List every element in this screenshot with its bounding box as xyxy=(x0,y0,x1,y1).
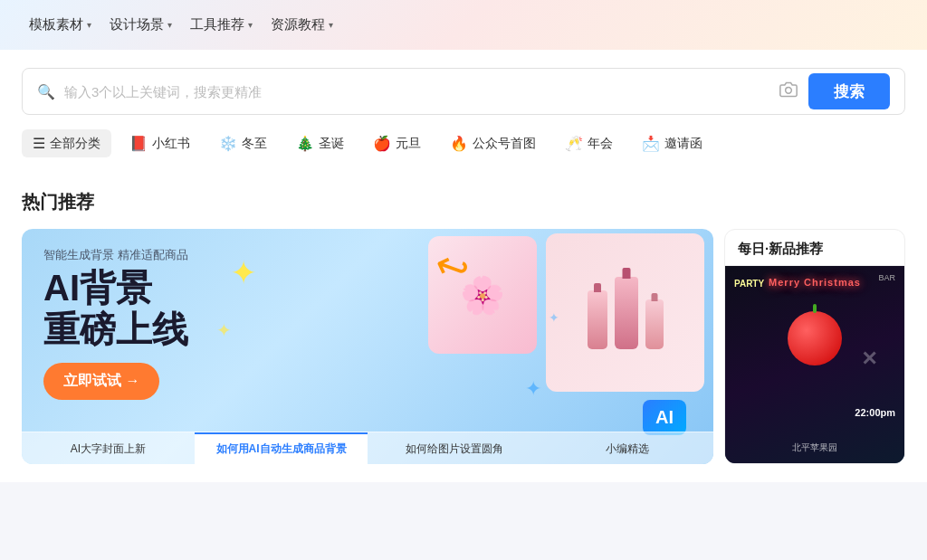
section-title: 热门推荐 xyxy=(22,190,905,214)
cat-label: 圣诞 xyxy=(319,136,344,152)
cat-tag-xiaohongshu[interactable]: 📕 小红书 xyxy=(119,129,201,157)
nav-label: 模板素材 xyxy=(29,16,83,33)
nav-item-design[interactable]: 设计场景 ▾ xyxy=(102,13,179,37)
x-letter: ✕ xyxy=(861,347,877,371)
category-tags: ☰ 全部分类 📕 小红书 ❄️ 冬至 🎄 圣诞 🍎 元旦 🔥 公众号首图 🥂 年… xyxy=(22,129,905,157)
nav-label: 资源教程 xyxy=(271,16,325,33)
banner-cta-button[interactable]: 立即试试 → xyxy=(43,363,159,400)
chevron-down-icon: ▾ xyxy=(248,20,253,30)
cat-tag-all[interactable]: ☰ 全部分类 xyxy=(22,129,111,157)
bar-label: BAR xyxy=(878,273,895,282)
chevron-down-icon: ▾ xyxy=(167,20,172,30)
chevron-down-icon: ▾ xyxy=(87,20,91,30)
tree-icon: 🎄 xyxy=(296,135,314,152)
nav-label: 设计场景 xyxy=(110,16,164,33)
side-panel: 每日·新品推荐 PARTY Merry Christmas ✕ 22:00pm xyxy=(724,229,905,464)
search-input[interactable] xyxy=(64,84,779,100)
ai-badge: AI xyxy=(643,400,686,435)
side-overlay-text: 北平苹果园 xyxy=(725,441,904,454)
banner-top-text: 智能生成背景 精准适配商品 xyxy=(43,247,692,263)
nav-item-resources[interactable]: 资源教程 ▾ xyxy=(263,13,340,37)
banner-heading: AI背景 重磅上线 xyxy=(43,267,692,350)
menu-icon: ☰ xyxy=(33,135,45,152)
apple-icon: 🍎 xyxy=(373,135,391,152)
cat-label: 小红书 xyxy=(152,136,190,152)
envelope-icon: 📩 xyxy=(642,135,660,152)
search-icon: 🔍 xyxy=(37,83,55,100)
main-banner: 智能生成背景 精准适配商品 AI背景 重磅上线 立即试试 → ✦ ✦ ↩ xyxy=(22,229,713,464)
banner-tab-1[interactable]: 如何用AI自动生成商品背景 xyxy=(195,432,368,464)
side-panel-image: PARTY Merry Christmas ✕ 22:00pm 北平苹果园 BA… xyxy=(725,266,904,463)
nav-label: 工具推荐 xyxy=(190,16,244,33)
cat-tag-wechat[interactable]: 🔥 公众号首图 xyxy=(439,129,547,157)
cat-label: 邀请函 xyxy=(664,136,702,152)
cat-tag-invitation[interactable]: 📩 邀请函 xyxy=(631,129,713,157)
cat-tag-christmas[interactable]: 🎄 圣诞 xyxy=(285,129,355,157)
fire-icon: 🔥 xyxy=(450,135,468,152)
chevron-down-icon: ▾ xyxy=(329,20,333,30)
cat-label: 全部分类 xyxy=(50,136,100,152)
banner-area: 智能生成背景 精准适配商品 AI背景 重磅上线 立即试试 → ✦ ✦ ↩ xyxy=(22,229,905,464)
merry-text: Merry Christmas xyxy=(725,277,904,288)
cat-label: 公众号首图 xyxy=(473,136,536,152)
main-content: 热门推荐 智能生成背景 精准适配商品 AI背景 重磅上线 立即试试 → ✦ ✦ … xyxy=(0,172,927,482)
header-nav: 模板素材 ▾ 设计场景 ▾ 工具推荐 ▾ 资源教程 ▾ xyxy=(0,0,927,50)
cat-label: 冬至 xyxy=(242,136,267,152)
side-panel-content[interactable]: PARTY Merry Christmas ✕ 22:00pm 北平苹果园 BA… xyxy=(725,266,904,463)
apple-icon-decoration xyxy=(788,311,842,365)
cat-tag-dongzhi[interactable]: ❄️ 冬至 xyxy=(208,129,278,157)
search-bar: 🔍 搜索 xyxy=(22,68,905,115)
search-button[interactable]: 搜索 xyxy=(808,73,890,109)
champagne-icon: 🥂 xyxy=(565,135,583,152)
svg-point-0 xyxy=(786,87,792,93)
side-panel-title: 每日·新品推荐 xyxy=(725,230,904,266)
nav-item-tools[interactable]: 工具推荐 ▾ xyxy=(183,13,260,37)
banner-tab-0[interactable]: AI大字封面上新 xyxy=(22,432,195,464)
cat-label: 年会 xyxy=(588,136,613,152)
time-label: 22:00pm xyxy=(855,407,895,418)
camera-icon[interactable] xyxy=(779,81,798,103)
banner-tab-2[interactable]: 如何给图片设置圆角 xyxy=(368,432,540,464)
xiaohongshu-icon: 📕 xyxy=(129,135,148,152)
snowflake-icon: ❄️ xyxy=(219,135,237,152)
banner-tab-3[interactable]: 小编精选 xyxy=(540,432,713,464)
cat-tag-gala[interactable]: 🥂 年会 xyxy=(554,129,624,157)
search-section: 🔍 搜索 ☰ 全部分类 📕 小红书 ❄️ 冬至 🎄 圣诞 🍎 xyxy=(0,50,927,172)
banner-tabs: AI大字封面上新 如何用AI自动生成商品背景 如何给图片设置圆角 小编精选 xyxy=(22,432,713,464)
nav-item-templates[interactable]: 模板素材 ▾ xyxy=(22,13,99,37)
cat-label: 元旦 xyxy=(396,136,421,152)
cat-tag-newyear[interactable]: 🍎 元旦 xyxy=(362,129,432,157)
